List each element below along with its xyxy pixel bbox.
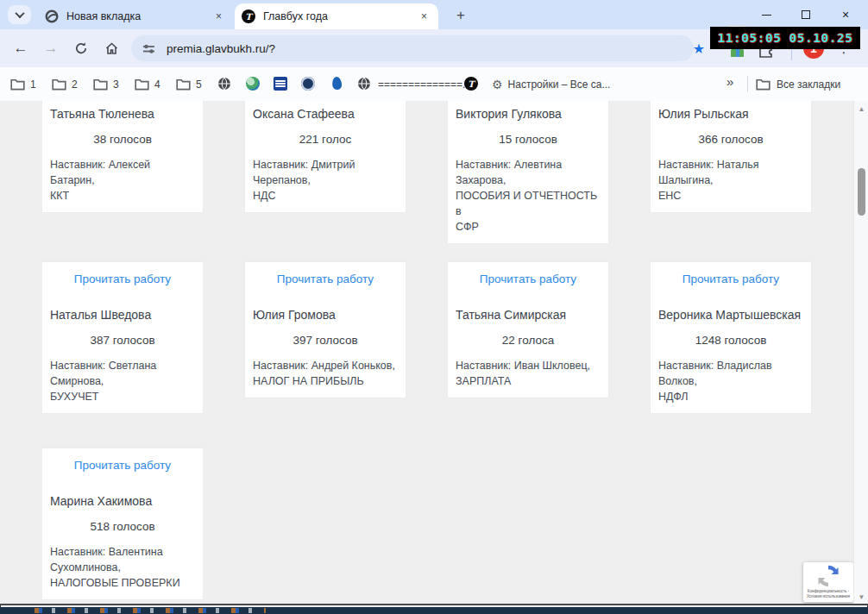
participant-name: Виктория Гулякова — [456, 107, 601, 121]
bookmark-folder-2[interactable]: 2 — [48, 74, 81, 94]
mentor-info: Наставник: Владислав Волков, НДФЛ — [658, 358, 803, 404]
recaptcha-privacy-text: Конфиденциальность - Условия использован… — [807, 589, 850, 598]
participant-name: Марина Хакимова — [50, 494, 195, 508]
bookmark-site-flame[interactable] — [330, 77, 343, 91]
folder-icon — [176, 78, 191, 91]
folder-icon — [93, 78, 108, 91]
close-icon: × — [842, 9, 849, 21]
minimize-button[interactable] — [746, 0, 786, 29]
close-button[interactable]: × — [826, 0, 865, 29]
home-icon — [104, 41, 119, 56]
window-controls: × — [746, 0, 865, 29]
participant-name: Татьяна Тюленева — [50, 107, 195, 121]
forward-button[interactable]: → — [39, 36, 63, 60]
bookmark-folder-3[interactable]: 3 — [90, 74, 123, 94]
page-content: Татьяна Тюленева 38 голосов Наставник: А… — [0, 101, 868, 605]
bookmark-settings[interactable]: ⚙ Настройки – Все са... — [488, 74, 613, 94]
scroll-down-icon[interactable]: ▼ — [854, 593, 868, 601]
bookmark-label: 2 — [72, 78, 78, 91]
read-work-link[interactable]: Прочитать работу — [253, 273, 398, 285]
bookmark-label: 3 — [113, 78, 119, 91]
votes-count: 387 голосов — [50, 334, 195, 347]
bookmark-label: ==============... — [378, 78, 471, 91]
weather-channel-icon — [274, 77, 287, 91]
folder-icon — [10, 78, 25, 91]
reload-button[interactable] — [69, 36, 93, 60]
bookmark-label: Настройки – Все са... — [508, 78, 611, 91]
all-bookmarks-button[interactable]: Все закладки — [756, 74, 840, 94]
globe-icon — [217, 77, 231, 91]
scroll-up-icon[interactable]: ▲ — [854, 105, 868, 113]
entry-card: Прочитать работу Марина Хакимова 518 гол… — [41, 448, 204, 600]
bookmark-label: 1 — [30, 78, 36, 91]
read-work-link[interactable]: Прочитать работу — [50, 273, 195, 285]
entry-card: Прочитать работу Татьяна Симирская 22 го… — [447, 261, 609, 398]
participant-name: Юлия Громова — [253, 308, 398, 322]
mentor-info: Наставник: Светлана Смирнова, БУХУЧЕТ — [50, 358, 195, 404]
read-work-link[interactable]: Прочитать работу — [50, 459, 195, 472]
bookmark-label: 4 — [154, 78, 160, 91]
bookmarks-overflow-button[interactable]: » — [726, 74, 733, 89]
maximize-icon — [802, 10, 810, 19]
page-footer-strip — [0, 607, 868, 614]
bookmark-site-glavbukh[interactable]: T — [464, 77, 478, 91]
recaptcha-badge[interactable]: Конфиденциальность - Условия использован… — [803, 562, 853, 602]
flame-icon — [331, 76, 343, 90]
back-button[interactable]: ← — [9, 36, 33, 60]
new-tab-button[interactable]: + — [450, 5, 471, 26]
votes-count: 366 голосов — [658, 133, 803, 146]
bookmark-star-button[interactable]: ★ — [688, 37, 710, 60]
folder-icon — [52, 78, 66, 91]
votes-count: 518 голосов — [50, 520, 195, 533]
tab-close-icon[interactable]: × — [417, 9, 431, 24]
entry-card: Юлия Рыльская 366 голосов Наставник: Нат… — [650, 101, 812, 213]
scrollbar-thumb[interactable] — [858, 168, 865, 216]
home-button[interactable] — [99, 36, 123, 60]
read-work-link[interactable]: Прочитать работу — [658, 273, 803, 285]
mentor-info: Наставник: Иван Шкловец, ЗАРПЛАТА — [456, 358, 601, 389]
votes-count: 22 голоса — [456, 334, 601, 347]
clock-overlay: 11:05:05 05.10.25 — [710, 27, 860, 49]
bookmark-site-earth[interactable] — [246, 77, 260, 91]
bookmarks-bar: 1 2 3 4 5 — [0, 67, 868, 101]
page-scrollbar[interactable]: ▲ ▼ — [853, 101, 868, 605]
mentor-info: Наставник: Алексей Батарин, ККТ — [50, 157, 195, 204]
votes-count: 15 голосов — [456, 133, 601, 146]
folder-icon — [756, 78, 771, 91]
bookmark-site-globe-2[interactable] — [357, 77, 371, 91]
mentor-info: Наставник: Андрей Коньков, НАЛОГ НА ПРИБ… — [253, 358, 398, 389]
participant-name: Татьяна Симирская — [456, 308, 601, 322]
bookmark-site-globe[interactable] — [217, 77, 231, 91]
participant-name: Наталья Шведова — [50, 308, 195, 322]
site-favicon-icon: T — [464, 77, 478, 91]
entry-card: Прочитать работу Наталья Шведова 387 гол… — [41, 261, 204, 414]
tab-search-button[interactable] — [8, 5, 31, 24]
url-text[interactable]: premia.glavbukh.ru/? — [167, 42, 275, 55]
votes-count: 221 голос — [253, 133, 398, 146]
globe-icon — [357, 77, 371, 91]
entry-card: Оксана Стафеева 221 голос Наставник: Дми… — [244, 101, 406, 213]
bookmark-folder-1[interactable]: 1 — [7, 74, 40, 94]
votes-count: 38 голосов — [50, 133, 195, 146]
participant-name: Вероника Мартышевская — [658, 308, 803, 322]
tab-glavbukh[interactable]: T Главбух года × — [235, 3, 438, 29]
bookmark-equals[interactable]: ==============... — [374, 74, 475, 94]
address-bar[interactable]: premia.glavbukh.ru/? — [131, 35, 694, 61]
bookmark-site-circle[interactable] — [301, 77, 315, 91]
tab-close-icon[interactable]: × — [211, 9, 226, 24]
folder-icon — [135, 78, 149, 91]
entry-card: Татьяна Тюленева 38 голосов Наставник: А… — [41, 101, 204, 213]
votes-count: 1248 голосов — [658, 334, 803, 347]
entry-card: Прочитать работу Юлия Громова 397 голосо… — [244, 261, 406, 398]
read-work-link[interactable]: Прочитать работу — [456, 273, 601, 285]
participant-name: Оксана Стафеева — [253, 107, 398, 121]
extension-icon[interactable] — [731, 48, 744, 57]
maximize-button[interactable] — [786, 0, 826, 29]
bookmark-folder-4[interactable]: 4 — [131, 74, 164, 94]
bookmark-folder-5[interactable]: 5 — [173, 74, 205, 94]
mentor-info: Наставник: Дмитрий Черепанов, НДС — [253, 157, 398, 204]
mentor-info: Наставник: Наталья Шалыгина, ЕНС — [658, 157, 803, 204]
bookmark-site-weather-channel[interactable] — [274, 77, 287, 91]
tab-new-tab[interactable]: Новая вкладка × — [38, 3, 233, 29]
entry-card: Виктория Гулякова 15 голосов Наставник: … — [447, 101, 609, 244]
